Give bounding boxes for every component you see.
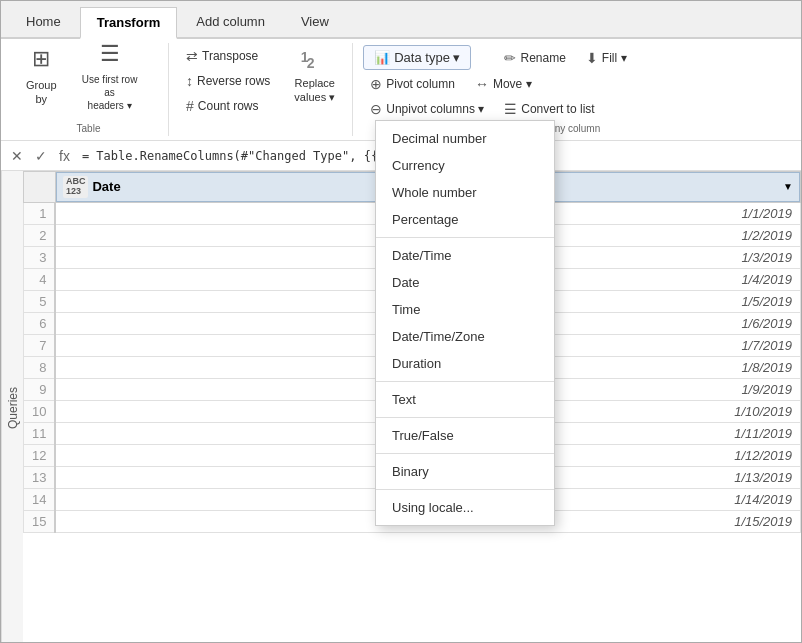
data-type-button[interactable]: 📊 Data type ▾	[363, 45, 471, 70]
dropdown-item-decimal-number[interactable]: Decimal number	[376, 125, 554, 152]
dropdown-separator	[376, 417, 554, 418]
fill-button[interactable]: ⬇ Fill ▾	[579, 47, 634, 69]
rename-label: Rename	[520, 51, 565, 65]
transform-small-buttons: ⇄ Transpose ↕ Reverse rows # Count rows	[179, 45, 277, 117]
reverse-rows-label: Reverse rows	[197, 74, 270, 88]
dropdown-separator	[376, 489, 554, 490]
tab-view[interactable]: View	[284, 5, 346, 37]
ribbon-group-table: ⊞ Groupby ☰ Use first row asheaders ▾ Ta…	[9, 43, 169, 136]
row-number: 11	[24, 422, 56, 444]
move-icon: ↔	[475, 76, 489, 92]
move-label: Move ▾	[493, 77, 532, 91]
any-column-inner: 📊 Data type ▾ ✏ Rename ⬇ Fill ▾ ⊕	[363, 45, 785, 120]
dropdown-item-date[interactable]: Date	[376, 269, 554, 296]
dropdown-item-binary[interactable]: Binary	[376, 458, 554, 485]
tab-bar: Home Transform Add column View	[1, 1, 801, 39]
dropdown-item-true-false[interactable]: True/False	[376, 422, 554, 449]
group-by-icon: ⊞	[32, 45, 50, 74]
pivot-label: Pivot column	[386, 77, 455, 91]
unpivot-columns-button[interactable]: ⊖ Unpivot columns ▾	[363, 98, 491, 120]
ribbon-row-table: ⊞ Groupby ☰ Use first row asheaders ▾	[17, 45, 150, 107]
group-table-label: Table	[9, 121, 168, 136]
row-number: 3	[24, 246, 56, 268]
function-icon[interactable]: fx	[55, 146, 74, 166]
group-by-label: Groupby	[26, 78, 57, 107]
unpivot-label: Unpivot columns ▾	[386, 102, 484, 116]
row-number: 14	[24, 488, 56, 510]
reverse-rows-icon: ↕	[186, 73, 193, 89]
row-number: 15	[24, 510, 56, 532]
col-dropdown-icon[interactable]: ▼	[783, 181, 793, 192]
convert-to-list-label: Convert to list	[521, 102, 594, 116]
first-row-headers-button[interactable]: ☰ Use first row asheaders ▾	[70, 45, 150, 107]
group-by-button[interactable]: ⊞ Groupby	[17, 45, 66, 107]
dropdown-item-duration[interactable]: Duration	[376, 350, 554, 377]
fill-label: Fill ▾	[602, 51, 627, 65]
dropdown-item-whole-number[interactable]: Whole number	[376, 179, 554, 206]
row-number: 5	[24, 290, 56, 312]
any-column-row1: 📊 Data type ▾ ✏ Rename ⬇ Fill ▾	[363, 45, 785, 70]
row-number: 6	[24, 312, 56, 334]
data-type-label: Data type ▾	[394, 50, 460, 65]
transpose-button[interactable]: ⇄ Transpose	[179, 45, 277, 67]
rename-icon: ✏	[504, 50, 516, 66]
unpivot-icon: ⊖	[370, 101, 382, 117]
replace-values-button[interactable]: 1 2 Replacevalues ▾	[285, 45, 344, 107]
row-number: 8	[24, 356, 56, 378]
row-number-header	[24, 172, 56, 203]
count-rows-button[interactable]: # Count rows	[179, 95, 277, 117]
row-number: 13	[24, 466, 56, 488]
replace-values-label: Replacevalues ▾	[294, 76, 335, 105]
dropdown-item-date-time[interactable]: Date/Time	[376, 242, 554, 269]
move-button[interactable]: ↔ Move ▾	[468, 73, 539, 95]
count-rows-icon: #	[186, 98, 194, 114]
tab-add-column[interactable]: Add column	[179, 5, 282, 37]
confirm-formula-icon[interactable]: ✓	[31, 146, 51, 166]
col-type-icon: ABC123	[63, 176, 89, 198]
row-number: 7	[24, 334, 56, 356]
cancel-formula-icon[interactable]: ✕	[7, 146, 27, 166]
any-column-row3: ⊖ Unpivot columns ▾ ☰ Convert to list	[363, 98, 785, 120]
dropdown-item-percentage[interactable]: Percentage	[376, 206, 554, 233]
reverse-rows-button[interactable]: ↕ Reverse rows	[179, 70, 277, 92]
dropdown-item-using-locale---[interactable]: Using locale...	[376, 494, 554, 521]
row-number: 4	[24, 268, 56, 290]
fill-icon: ⬇	[586, 50, 598, 66]
tab-transform[interactable]: Transform	[80, 7, 178, 39]
data-type-dropdown: Decimal numberCurrencyWhole numberPercen…	[375, 120, 555, 526]
ribbon-group-transform: ⇄ Transpose ↕ Reverse rows # Count rows …	[171, 43, 353, 136]
convert-to-list-button[interactable]: ☰ Convert to list	[497, 98, 601, 120]
convert-list-icon: ☰	[504, 101, 517, 117]
dropdown-item-date-time-zone[interactable]: Date/Time/Zone	[376, 323, 554, 350]
ribbon-group-transform-content: ⇄ Transpose ↕ Reverse rows # Count rows …	[179, 45, 344, 134]
datatype-icon: 📊	[374, 50, 390, 65]
row-number: 12	[24, 444, 56, 466]
dropdown-item-currency[interactable]: Currency	[376, 152, 554, 179]
dropdown-separator	[376, 381, 554, 382]
dropdown-item-time[interactable]: Time	[376, 296, 554, 323]
row-number: 9	[24, 378, 56, 400]
tab-home[interactable]: Home	[9, 5, 78, 37]
dropdown-item-text[interactable]: Text	[376, 386, 554, 413]
transpose-icon: ⇄	[186, 48, 198, 64]
pivot-icon: ⊕	[370, 76, 382, 92]
rename-button[interactable]: ✏ Rename	[497, 47, 572, 69]
row-number: 10	[24, 400, 56, 422]
row-number: 1	[24, 202, 56, 224]
col-header-name: Date	[92, 179, 120, 194]
count-rows-label: Count rows	[198, 99, 259, 113]
pivot-column-button[interactable]: ⊕ Pivot column	[363, 73, 462, 95]
replace-values-icon: 1 2	[301, 48, 329, 76]
first-row-label: Use first row asheaders ▾	[79, 73, 141, 112]
row-number: 2	[24, 224, 56, 246]
dropdown-separator	[376, 237, 554, 238]
first-row-icon: ☰	[100, 40, 120, 69]
dropdown-separator	[376, 453, 554, 454]
queries-sidebar[interactable]: Queries	[1, 171, 23, 643]
transpose-label: Transpose	[202, 49, 258, 63]
any-column-row2: ⊕ Pivot column ↔ Move ▾	[363, 73, 785, 95]
